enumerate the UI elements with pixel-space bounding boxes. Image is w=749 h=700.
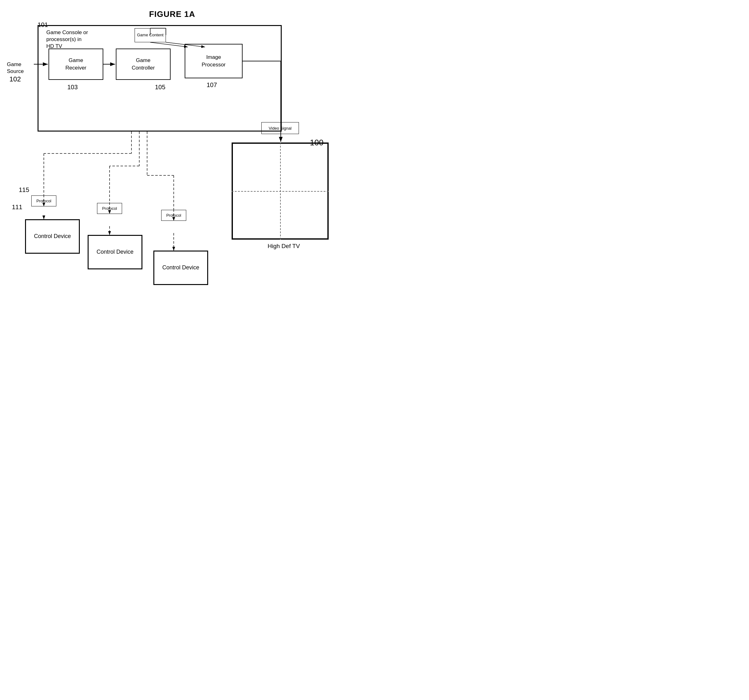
hdtv-dashed-vertical <box>280 142 281 240</box>
diagram: FIGURE 1A 101 Game Console orprocessor(s… <box>0 0 344 329</box>
image-processor-box: ImageProcessor <box>185 44 243 78</box>
video-signal-box: Video Signal <box>261 122 299 134</box>
game-receiver-box: GameReceiver <box>49 49 103 80</box>
ref-100: 100 <box>310 138 323 147</box>
protocol-box-3: Protocol <box>161 210 186 221</box>
protocol-box-2: Protocol <box>97 203 122 214</box>
game-console-label: Game Console orprocessor(s) inHD TV <box>46 29 88 50</box>
ref-111: 111 <box>12 204 22 211</box>
diagram-title: FIGURE 1A <box>149 9 195 19</box>
ref-105: 105 <box>155 84 165 91</box>
video-signal-label: Video Signal <box>269 126 292 130</box>
ref-102: 102 <box>9 75 21 83</box>
control-device-3: Control Device <box>153 251 208 285</box>
game-controller-box: GameController <box>116 49 171 80</box>
game-content-box: Game Content <box>135 28 166 42</box>
control-device-2: Control Device <box>88 235 142 270</box>
hdtv-label: High Def TV <box>268 243 300 250</box>
ref-103: 103 <box>67 84 78 91</box>
game-controller-label: GameController <box>132 57 155 72</box>
ref-107: 107 <box>206 81 217 89</box>
protocol-box-1: Protocol <box>31 195 57 207</box>
control-device-1: Control Device <box>25 219 80 254</box>
image-processor-label: ImageProcessor <box>202 54 226 69</box>
game-source-label: GameSource <box>7 61 24 75</box>
ref-115: 115 <box>19 186 29 193</box>
game-receiver-label: GameReceiver <box>66 57 86 72</box>
game-content-label: Game Content <box>137 32 164 38</box>
